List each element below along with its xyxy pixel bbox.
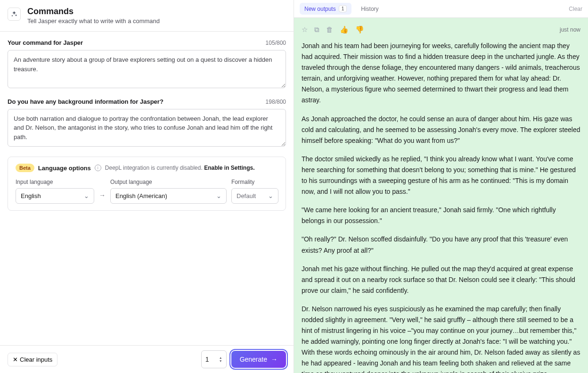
header-text: Commands Tell Jasper exactly what to wri… [27, 7, 160, 25]
chevron-down-icon: ⌄ [84, 192, 89, 199]
output-count-value: 1 [205, 356, 209, 363]
output-tabs: New outputs 1 History Clear [294, 0, 588, 18]
input-language-label: Input language [16, 179, 94, 185]
output-card: ☆ ⧉ 🗑 👍 👎 just now Jonah and his team ha… [294, 18, 588, 373]
background-label: Do you have any background information f… [8, 98, 163, 105]
deepl-text: DeepL integration is currently disabled. [105, 165, 203, 171]
language-options-label: Language options [38, 165, 91, 172]
left-panel: Commands Tell Jasper exactly what to wri… [0, 0, 294, 373]
clear-inputs-button[interactable]: ✕ Clear inputs [8, 353, 57, 366]
chevron-up-icon[interactable]: ▲ [219, 356, 222, 359]
beta-badge: Beta [16, 164, 34, 172]
formality-label: Formality [231, 179, 278, 185]
output-language-select[interactable]: English (American) ⌄ [110, 188, 227, 204]
formality-select[interactable]: Default ⌄ [231, 188, 278, 204]
formality-col: Formality Default ⌄ [231, 179, 278, 204]
clear-inputs-label: Clear inputs [20, 356, 52, 363]
background-textarea[interactable] [8, 109, 286, 147]
input-language-select[interactable]: English ⌄ [16, 188, 94, 204]
arrow-right-icon: → [99, 187, 106, 204]
rating-icons: ☆ ⧉ 🗑 👍 👎 [302, 25, 364, 34]
deepl-status: DeepL integration is currently disabled.… [105, 165, 255, 171]
form-body: Your command for Jasper 105/800 Do you h… [0, 32, 294, 345]
output-timestamp: just now [560, 26, 580, 33]
command-label-row: Your command for Jasper 105/800 [8, 39, 286, 46]
page-subtitle: Tell Jasper exactly what to write with a… [27, 17, 160, 25]
tab-new-outputs-label: New outputs [304, 6, 336, 12]
command-field-group: Your command for Jasper 105/800 [8, 39, 286, 90]
tab-new-outputs[interactable]: New outputs 1 [300, 3, 351, 15]
right-panel: New outputs 1 History Clear ☆ ⧉ 🗑 👍 👎 ju… [294, 0, 588, 373]
command-textarea[interactable] [8, 50, 286, 88]
output-paragraph: The doctor smiled wickedly as he replied… [302, 154, 580, 197]
output-paragraph: Dr. Nelson narrowed his eyes suspiciousl… [302, 304, 580, 373]
enable-settings-link[interactable]: Enable in Settings. [204, 165, 254, 171]
clear-outputs-link[interactable]: Clear [569, 6, 582, 12]
thumbs-up-icon[interactable]: 👍 [340, 25, 349, 34]
trash-icon[interactable]: 🗑 [326, 25, 333, 34]
page-title: Commands [27, 7, 160, 17]
star-icon[interactable]: ☆ [302, 25, 308, 34]
bottom-right-controls: 1 ▲ ▼ Generate → [201, 350, 286, 368]
background-counter: 198/800 [266, 99, 286, 105]
formality-value: Default [237, 192, 256, 199]
output-language-value: English (American) [115, 192, 167, 199]
background-field-group: Do you have any background information f… [8, 98, 286, 149]
output-language-label: Output language [110, 179, 227, 185]
chevron-down-icon: ⌄ [268, 192, 273, 199]
command-label: Your command for Jasper [8, 39, 83, 46]
chevron-down-icon[interactable]: ▼ [219, 359, 222, 363]
tab-history-label: History [361, 6, 378, 12]
close-icon: ✕ [13, 356, 18, 363]
output-paragraph: Jonah and his team had been journeying f… [302, 41, 580, 106]
bottom-bar: ✕ Clear inputs 1 ▲ ▼ Generate → [0, 345, 294, 373]
output-count-stepper[interactable]: 1 ▲ ▼ [201, 350, 227, 368]
output-paragraph: "Oh really?" Dr. Nelson scoffed disdainf… [302, 234, 580, 256]
background-label-row: Do you have any background information f… [8, 98, 286, 105]
output-card-topbar: ☆ ⧉ 🗑 👍 👎 just now [302, 25, 580, 34]
output-paragraph: As Jonah approached the doctor, he could… [302, 114, 580, 146]
tab-history[interactable]: History [356, 3, 383, 15]
header: Commands Tell Jasper exactly what to wri… [0, 0, 294, 32]
thumbs-down-icon[interactable]: 👎 [355, 25, 364, 34]
generate-label: Generate [240, 356, 267, 363]
info-icon[interactable]: i [95, 165, 101, 171]
language-options-header: Beta Language options i DeepL integratio… [16, 164, 278, 172]
input-language-value: English [21, 192, 41, 199]
output-paragraph: Jonah met his gaze without flinching. He… [302, 264, 580, 296]
command-counter: 105/800 [266, 40, 286, 46]
language-selects-row: Input language English ⌄ → Output langua… [16, 179, 278, 204]
generate-button[interactable]: Generate → [231, 351, 286, 368]
copy-icon[interactable]: ⧉ [314, 25, 319, 34]
stepper-arrows[interactable]: ▲ ▼ [219, 356, 222, 363]
language-options-box: Beta Language options i DeepL integratio… [8, 157, 286, 211]
arrow-right-icon: → [271, 356, 278, 363]
output-text: Jonah and his team had been journeying f… [302, 41, 580, 373]
output-language-col: Output language English (American) ⌄ [110, 179, 227, 204]
new-outputs-count: 1 [339, 5, 347, 12]
output-scroll[interactable]: ☆ ⧉ 🗑 👍 👎 just now Jonah and his team ha… [294, 18, 588, 373]
input-language-col: Input language English ⌄ [16, 179, 94, 204]
app-logo [8, 8, 21, 21]
output-paragraph: "We came here looking for an ancient tre… [302, 205, 580, 226]
chevron-down-icon: ⌄ [216, 192, 221, 199]
sparkle-icon [10, 10, 18, 18]
